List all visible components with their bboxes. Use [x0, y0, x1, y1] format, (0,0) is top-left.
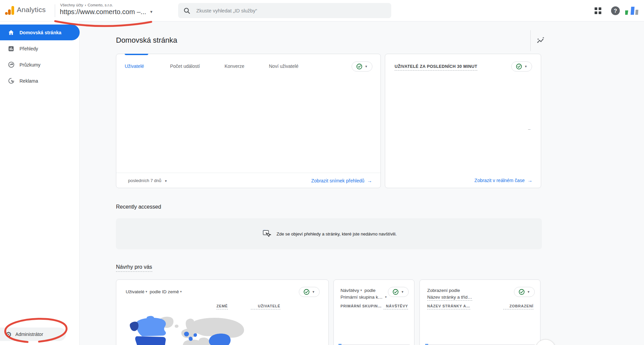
dimension-selector[interactable]: Název stránky a tříd… [427, 295, 472, 301]
analytics-logo-icon[interactable] [5, 5, 15, 15]
avatar-bar-chart-icon[interactable] [625, 0, 639, 21]
sidebar-item-reports[interactable]: Přehledy [0, 41, 80, 56]
chevron-down-icon: ▼ [524, 65, 527, 68]
column-header-page-title[interactable]: NÁZEV STRÁNKY A… [427, 304, 470, 309]
breadcrumb[interactable]: Všechny účty›Comerto, s.r.o. [60, 3, 113, 7]
breadcrumb-org[interactable]: Comerto, s.r.o. [88, 3, 113, 7]
column-header-sessions[interactable]: NÁVŠTĚVY [384, 304, 408, 309]
world-map [129, 314, 277, 345]
data-quality-dropdown[interactable]: ▼ [352, 61, 372, 72]
connector-text: podle [449, 288, 460, 293]
home-icon [7, 29, 15, 37]
card-title[interactable]: Uživatelé▼ podle ID země▼ [126, 289, 183, 294]
arrow-right-icon: → [367, 178, 372, 183]
bar-chart-tick [338, 344, 341, 345]
overview-card-footer: posledních 7 dnů▼ Zobrazit snímek přehle… [116, 173, 380, 188]
chevron-down-icon: ▼ [150, 10, 153, 14]
divider [55, 4, 55, 17]
chevron-down-icon: ▼ [179, 290, 182, 293]
tab-new-users[interactable]: Noví uživatelé [269, 63, 298, 69]
connector-text: podle [150, 289, 161, 294]
sidebar-item-home[interactable]: Domovská stránka [0, 25, 80, 40]
arrow-right-icon: → [527, 177, 532, 183]
green-check-icon [516, 63, 522, 70]
breadcrumb-account[interactable]: Všechny účty [60, 3, 83, 7]
metric-selector[interactable]: Návštěvy [340, 288, 359, 293]
tab-users[interactable]: Uživatelé [125, 63, 144, 69]
reports-icon [7, 45, 15, 53]
sidebar-item-advertising[interactable]: Reklama [0, 73, 80, 89]
column-header-views[interactable]: ZOBRAZENÍ [503, 304, 533, 309]
page-title: Domovská stránka [116, 36, 177, 45]
click-cursor-icon [261, 228, 272, 239]
column-header-country[interactable]: ZEMĚ [216, 304, 228, 309]
realtime-card-title: UŽIVATELÉ ZA POSLEDNÍCH 30 MINUT [395, 64, 477, 71]
realtime-users-card: UŽIVATELÉ ZA POSLEDNÍCH 30 MINUT ▼ – Zob… [385, 54, 541, 188]
card-title[interactable]: Zobrazení podle Název stránky a tříd… [427, 287, 472, 301]
sidebar-item-explore[interactable]: Průzkumy [0, 57, 80, 73]
property-selector-label: https://www.comerto.com –... [60, 8, 146, 15]
card-title[interactable]: Návštěvy▼ podle Primární skupina k… ▼ [340, 287, 388, 301]
date-range-label: posledních 7 dnů [128, 178, 161, 183]
sidebar-item-label: Reklama [19, 78, 38, 84]
link-label: Zobrazit v reálném čase [475, 178, 525, 183]
sidebar-item-label: Přehledy [19, 46, 38, 51]
divider [530, 30, 531, 51]
green-check-icon [393, 289, 399, 295]
chevron-down-icon: ▼ [145, 290, 148, 293]
date-range-selector[interactable]: posledních 7 dnů▼ [128, 178, 167, 183]
tab-conversions[interactable]: Konverze [225, 63, 244, 69]
tab-event-count[interactable]: Počet událostí [170, 63, 200, 69]
data-quality-dropdown[interactable]: ▼ [299, 287, 320, 297]
metric-selector[interactable]: Zobrazení [427, 288, 448, 293]
top-app-bar: Analytics Všechny účty›Comerto, s.r.o. h… [0, 0, 644, 21]
explore-icon [7, 61, 15, 69]
data-quality-dropdown[interactable]: ▼ [514, 287, 535, 297]
metric-selector[interactable]: Uživatelé [126, 289, 145, 294]
overview-metrics-card: Uživatelé Počet událostí Konverze Noví u… [116, 54, 381, 188]
help-icon[interactable]: ? [611, 0, 620, 21]
suggestion-card-users-by-country: Uživatelé▼ podle ID země▼ ▼ ZEMĚ UŽIVATE… [116, 279, 329, 345]
search-input[interactable] [196, 8, 378, 13]
property-selector[interactable]: https://www.comerto.com –...▼ [60, 8, 153, 16]
sidebar-item-admin[interactable]: ⚙ Administrátor [0, 328, 66, 341]
column-header-users[interactable]: UŽIVATELÉ [251, 304, 280, 309]
view-realtime-link[interactable]: Zobrazit v reálném čase→ [475, 177, 532, 183]
insights-sparkline-icon[interactable] [535, 36, 546, 46]
advertising-icon [7, 77, 15, 85]
admin-label: Administrátor [15, 332, 43, 337]
recently-accessed-panel: Zde se objeví přehledy a stránky, které … [116, 218, 542, 249]
chevron-down-icon: ▼ [385, 296, 387, 299]
dimension-selector[interactable]: Primární skupina k… [340, 295, 383, 300]
chevron-down-icon: ▼ [360, 289, 363, 292]
diagnostics-grid-icon[interactable] [594, 0, 602, 21]
green-check-icon [519, 289, 525, 295]
gear-icon: ⚙ [5, 331, 12, 338]
search-bar[interactable] [178, 3, 391, 18]
data-quality-dropdown[interactable]: ▼ [511, 61, 532, 72]
sidebar-item-label: Průzkumy [19, 62, 40, 68]
connector-text: podle [364, 288, 375, 293]
recently-accessed-heading: Recently accessed [116, 204, 161, 210]
chevron-down-icon: ▼ [365, 65, 368, 68]
chevron-down-icon: ▼ [527, 290, 530, 294]
column-header-channel[interactable]: PRIMÁRNÍ SKUPIN… [340, 304, 382, 309]
recently-accessed-empty-text: Zde se objeví přehledy a stránky, které … [277, 231, 397, 236]
sidebar-item-label: Domovská stránka [19, 30, 62, 35]
view-reports-snapshot-link[interactable]: Zobrazit snímek přehledů→ [311, 178, 372, 183]
chevron-down-icon: ▼ [164, 179, 167, 183]
bar-chart-tick [425, 344, 428, 345]
search-icon [184, 7, 190, 14]
chevron-down-icon: ▼ [401, 290, 404, 294]
data-quality-dropdown[interactable]: ▼ [388, 287, 409, 297]
dimension-selector[interactable]: ID země [162, 289, 179, 294]
table-row-divider [338, 344, 410, 345]
svg-text:?: ? [614, 8, 617, 14]
active-tab-indicator [125, 54, 148, 55]
chevron-right-icon: › [85, 3, 86, 7]
green-check-icon [356, 63, 362, 70]
left-navigation: Domovská stránka Přehledy Průzkumy [0, 21, 80, 345]
suggestion-card-sessions-by-channel: Návštěvy▼ podle Primární skupina k… ▼ ▼ … [333, 279, 414, 345]
table-row-divider [425, 344, 535, 345]
green-check-icon [304, 289, 310, 295]
